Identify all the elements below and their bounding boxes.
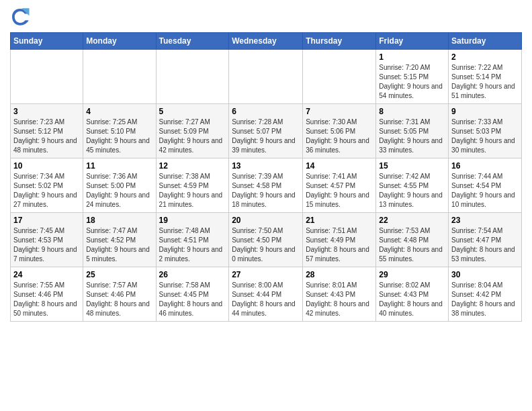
day-number: 30 (451, 270, 519, 279)
calendar-table: SundayMondayTuesdayWednesdayThursdayFrid… (10, 32, 522, 322)
calendar-body: 1Sunrise: 7:20 AM Sunset: 5:15 PM Daylig… (11, 50, 522, 322)
day-number: 9 (451, 107, 519, 116)
day-number: 25 (86, 270, 152, 279)
calendar-cell (229, 50, 303, 104)
calendar-cell: 22Sunrise: 7:53 AM Sunset: 4:48 PM Dayli… (376, 213, 449, 267)
day-info: Sunrise: 7:36 AM Sunset: 5:00 PM Dayligh… (86, 172, 152, 210)
day-info: Sunrise: 7:38 AM Sunset: 4:59 PM Dayligh… (159, 172, 226, 210)
day-number: 28 (306, 270, 373, 279)
calendar-cell: 17Sunrise: 7:45 AM Sunset: 4:53 PM Dayli… (11, 213, 83, 267)
day-info: Sunrise: 7:50 AM Sunset: 4:50 PM Dayligh… (232, 226, 300, 264)
calendar-cell: 4Sunrise: 7:25 AM Sunset: 5:10 PM Daylig… (83, 104, 156, 158)
calendar-cell: 8Sunrise: 7:31 AM Sunset: 5:05 PM Daylig… (376, 104, 449, 158)
calendar-cell (11, 50, 83, 104)
day-info: Sunrise: 8:01 AM Sunset: 4:43 PM Dayligh… (306, 281, 373, 318)
day-number: 7 (306, 107, 373, 116)
day-number: 11 (86, 161, 152, 171)
day-number: 14 (306, 161, 373, 171)
calendar-container: SundayMondayTuesdayWednesdayThursdayFrid… (0, 0, 532, 328)
day-info: Sunrise: 7:53 AM Sunset: 4:48 PM Dayligh… (379, 226, 445, 264)
calendar-cell: 30Sunrise: 8:04 AM Sunset: 4:42 PM Dayli… (449, 267, 522, 322)
day-number: 27 (232, 270, 300, 279)
calendar-cell: 12Sunrise: 7:38 AM Sunset: 4:59 PM Dayli… (156, 158, 229, 213)
calendar-cell: 10Sunrise: 7:34 AM Sunset: 5:02 PM Dayli… (11, 158, 83, 213)
calendar-cell: 23Sunrise: 7:54 AM Sunset: 4:47 PM Dayli… (449, 213, 522, 267)
day-number: 24 (13, 270, 80, 279)
weekday-header-row: SundayMondayTuesdayWednesdayThursdayFrid… (11, 33, 522, 50)
calendar-cell: 21Sunrise: 7:51 AM Sunset: 4:49 PM Dayli… (303, 213, 376, 267)
day-number: 3 (13, 107, 80, 116)
calendar-cell (303, 50, 376, 104)
calendar-cell: 19Sunrise: 7:48 AM Sunset: 4:51 PM Dayli… (156, 213, 229, 267)
weekday-header: Thursday (303, 33, 376, 50)
calendar-cell: 1Sunrise: 7:20 AM Sunset: 5:15 PM Daylig… (376, 50, 449, 104)
day-number: 6 (232, 107, 300, 116)
weekday-header: Tuesday (156, 33, 229, 50)
day-number: 17 (13, 216, 80, 225)
calendar-cell: 26Sunrise: 7:58 AM Sunset: 4:45 PM Dayli… (156, 267, 229, 322)
day-number: 5 (159, 107, 226, 116)
day-number: 16 (451, 161, 519, 171)
weekday-header: Friday (376, 33, 449, 50)
calendar-cell: 25Sunrise: 7:57 AM Sunset: 4:46 PM Dayli… (83, 267, 156, 322)
weekday-header: Sunday (11, 33, 83, 50)
day-info: Sunrise: 7:33 AM Sunset: 5:03 PM Dayligh… (451, 118, 519, 155)
day-info: Sunrise: 8:00 AM Sunset: 4:44 PM Dayligh… (232, 281, 300, 318)
header (10, 7, 522, 27)
day-number: 10 (13, 161, 80, 171)
day-info: Sunrise: 7:25 AM Sunset: 5:10 PM Dayligh… (86, 118, 152, 155)
calendar-cell: 14Sunrise: 7:41 AM Sunset: 4:57 PM Dayli… (303, 158, 376, 213)
calendar-cell: 28Sunrise: 8:01 AM Sunset: 4:43 PM Dayli… (303, 267, 376, 322)
calendar-week-row: 1Sunrise: 7:20 AM Sunset: 5:15 PM Daylig… (11, 50, 522, 104)
calendar-cell: 15Sunrise: 7:42 AM Sunset: 4:55 PM Dayli… (376, 158, 449, 213)
logo (10, 7, 33, 27)
calendar-week-row: 24Sunrise: 7:55 AM Sunset: 4:46 PM Dayli… (11, 267, 522, 322)
calendar-cell: 13Sunrise: 7:39 AM Sunset: 4:58 PM Dayli… (229, 158, 303, 213)
day-info: Sunrise: 7:51 AM Sunset: 4:49 PM Dayligh… (306, 226, 373, 264)
day-info: Sunrise: 7:39 AM Sunset: 4:58 PM Dayligh… (232, 172, 300, 210)
calendar-cell: 24Sunrise: 7:55 AM Sunset: 4:46 PM Dayli… (11, 267, 83, 322)
weekday-header: Wednesday (229, 33, 303, 50)
calendar-cell: 16Sunrise: 7:44 AM Sunset: 4:54 PM Dayli… (449, 158, 522, 213)
calendar-header: SundayMondayTuesdayWednesdayThursdayFrid… (11, 33, 522, 50)
day-number: 15 (379, 161, 445, 171)
day-info: Sunrise: 7:55 AM Sunset: 4:46 PM Dayligh… (13, 281, 80, 318)
day-info: Sunrise: 7:20 AM Sunset: 5:15 PM Dayligh… (379, 63, 445, 101)
calendar-cell: 11Sunrise: 7:36 AM Sunset: 5:00 PM Dayli… (83, 158, 156, 213)
day-number: 2 (451, 52, 519, 62)
day-number: 12 (159, 161, 226, 171)
day-info: Sunrise: 7:34 AM Sunset: 5:02 PM Dayligh… (13, 172, 80, 210)
calendar-cell: 6Sunrise: 7:28 AM Sunset: 5:07 PM Daylig… (229, 104, 303, 158)
logo-icon (10, 7, 30, 27)
day-info: Sunrise: 7:27 AM Sunset: 5:09 PM Dayligh… (159, 118, 226, 155)
day-info: Sunrise: 7:45 AM Sunset: 4:53 PM Dayligh… (13, 226, 80, 264)
calendar-cell: 9Sunrise: 7:33 AM Sunset: 5:03 PM Daylig… (449, 104, 522, 158)
day-info: Sunrise: 7:31 AM Sunset: 5:05 PM Dayligh… (379, 118, 445, 155)
day-number: 1 (379, 52, 445, 62)
day-number: 18 (86, 216, 152, 225)
day-info: Sunrise: 7:44 AM Sunset: 4:54 PM Dayligh… (451, 172, 519, 210)
calendar-cell: 20Sunrise: 7:50 AM Sunset: 4:50 PM Dayli… (229, 213, 303, 267)
calendar-cell: 29Sunrise: 8:02 AM Sunset: 4:43 PM Dayli… (376, 267, 449, 322)
calendar-cell: 5Sunrise: 7:27 AM Sunset: 5:09 PM Daylig… (156, 104, 229, 158)
day-number: 20 (232, 216, 300, 225)
calendar-cell: 7Sunrise: 7:30 AM Sunset: 5:06 PM Daylig… (303, 104, 376, 158)
calendar-week-row: 10Sunrise: 7:34 AM Sunset: 5:02 PM Dayli… (11, 158, 522, 213)
calendar-week-row: 17Sunrise: 7:45 AM Sunset: 4:53 PM Dayli… (11, 213, 522, 267)
calendar-cell (83, 50, 156, 104)
calendar-cell: 2Sunrise: 7:22 AM Sunset: 5:14 PM Daylig… (449, 50, 522, 104)
day-number: 19 (159, 216, 226, 225)
calendar-cell: 27Sunrise: 8:00 AM Sunset: 4:44 PM Dayli… (229, 267, 303, 322)
day-number: 29 (379, 270, 445, 279)
day-number: 4 (86, 107, 152, 116)
calendar-cell (156, 50, 229, 104)
day-info: Sunrise: 7:41 AM Sunset: 4:57 PM Dayligh… (306, 172, 373, 210)
day-info: Sunrise: 7:47 AM Sunset: 4:52 PM Dayligh… (86, 226, 152, 264)
day-info: Sunrise: 7:22 AM Sunset: 5:14 PM Dayligh… (451, 63, 519, 101)
day-number: 22 (379, 216, 445, 225)
day-number: 23 (451, 216, 519, 225)
calendar-cell: 3Sunrise: 7:23 AM Sunset: 5:12 PM Daylig… (11, 104, 83, 158)
day-info: Sunrise: 7:57 AM Sunset: 4:46 PM Dayligh… (86, 281, 152, 318)
day-number: 13 (232, 161, 300, 171)
day-info: Sunrise: 8:04 AM Sunset: 4:42 PM Dayligh… (451, 281, 519, 318)
